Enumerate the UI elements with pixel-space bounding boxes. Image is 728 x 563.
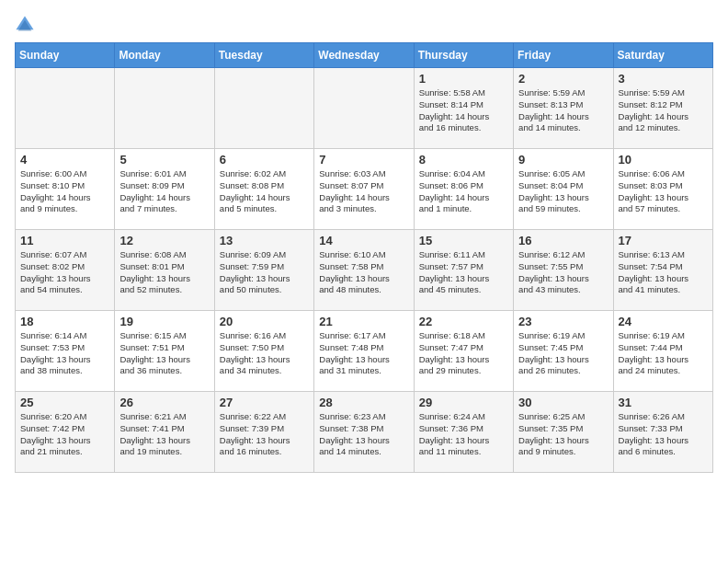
calendar-cell: 11Sunrise: 6:07 AM Sunset: 8:02 PM Dayli…	[16, 230, 115, 311]
day-detail: Sunrise: 6:04 AM Sunset: 8:06 PM Dayligh…	[419, 168, 490, 213]
calendar-cell: 19Sunrise: 6:15 AM Sunset: 7:51 PM Dayli…	[115, 311, 214, 392]
day-number: 13	[220, 234, 309, 247]
calendar-cell: 15Sunrise: 6:11 AM Sunset: 7:57 PM Dayli…	[414, 230, 513, 311]
calendar-cell: 4Sunrise: 6:00 AM Sunset: 8:10 PM Daylig…	[16, 149, 115, 230]
calendar-header: SundayMondayTuesdayWednesdayThursdayFrid…	[16, 43, 713, 68]
day-detail: Sunrise: 6:12 AM Sunset: 7:55 PM Dayligh…	[518, 249, 589, 294]
day-number: 14	[319, 234, 408, 247]
day-detail: Sunrise: 6:08 AM Sunset: 8:01 PM Dayligh…	[119, 249, 190, 294]
calendar-cell	[314, 68, 414, 149]
day-detail: Sunrise: 6:23 AM Sunset: 7:38 PM Dayligh…	[319, 411, 390, 456]
day-number: 20	[220, 315, 309, 328]
page-header	[15, 15, 713, 35]
day-detail: Sunrise: 5:59 AM Sunset: 8:13 PM Dayligh…	[518, 87, 589, 132]
day-detail: Sunrise: 6:10 AM Sunset: 7:58 PM Dayligh…	[319, 249, 390, 294]
day-detail: Sunrise: 6:20 AM Sunset: 7:42 PM Dayligh…	[20, 411, 91, 456]
calendar-table: SundayMondayTuesdayWednesdayThursdayFrid…	[15, 42, 713, 473]
day-detail: Sunrise: 6:09 AM Sunset: 7:59 PM Dayligh…	[220, 249, 290, 294]
calendar-cell: 10Sunrise: 6:06 AM Sunset: 8:03 PM Dayli…	[613, 149, 712, 230]
day-detail: Sunrise: 5:58 AM Sunset: 8:14 PM Dayligh…	[419, 87, 490, 132]
day-detail: Sunrise: 6:01 AM Sunset: 8:09 PM Dayligh…	[119, 168, 190, 213]
day-number: 26	[119, 396, 209, 409]
day-number: 15	[419, 234, 508, 247]
calendar-cell: 22Sunrise: 6:18 AM Sunset: 7:47 PM Dayli…	[414, 311, 513, 392]
day-number: 25	[20, 396, 109, 409]
day-detail: Sunrise: 6:06 AM Sunset: 8:03 PM Dayligh…	[619, 168, 689, 213]
day-number: 7	[319, 153, 408, 167]
calendar-cell: 25Sunrise: 6:20 AM Sunset: 7:42 PM Dayli…	[16, 392, 115, 473]
day-of-week-header: Saturday	[613, 43, 712, 68]
calendar-cell: 17Sunrise: 6:13 AM Sunset: 7:54 PM Dayli…	[613, 230, 712, 311]
day-detail: Sunrise: 6:07 AM Sunset: 8:02 PM Dayligh…	[20, 249, 91, 294]
calendar-cell	[16, 68, 115, 149]
day-number: 30	[518, 396, 608, 409]
calendar-cell: 1Sunrise: 5:58 AM Sunset: 8:14 PM Daylig…	[414, 68, 513, 149]
calendar-cell: 9Sunrise: 6:05 AM Sunset: 8:04 PM Daylig…	[514, 149, 613, 230]
day-number: 23	[518, 315, 608, 328]
calendar-cell: 31Sunrise: 6:26 AM Sunset: 7:33 PM Dayli…	[613, 392, 712, 473]
logo-icon	[15, 15, 35, 35]
day-detail: Sunrise: 6:22 AM Sunset: 7:39 PM Dayligh…	[220, 411, 290, 456]
calendar-cell	[214, 68, 313, 149]
day-number: 29	[419, 396, 508, 409]
day-detail: Sunrise: 6:13 AM Sunset: 7:54 PM Dayligh…	[619, 249, 689, 294]
day-detail: Sunrise: 6:25 AM Sunset: 7:35 PM Dayligh…	[518, 411, 589, 456]
day-detail: Sunrise: 6:14 AM Sunset: 7:53 PM Dayligh…	[20, 330, 91, 375]
day-number: 31	[619, 396, 708, 409]
calendar-cell: 5Sunrise: 6:01 AM Sunset: 8:09 PM Daylig…	[115, 149, 214, 230]
day-detail: Sunrise: 6:03 AM Sunset: 8:07 PM Dayligh…	[319, 168, 390, 213]
day-number: 6	[220, 153, 309, 167]
calendar-cell: 18Sunrise: 6:14 AM Sunset: 7:53 PM Dayli…	[16, 311, 115, 392]
calendar-body: 1Sunrise: 5:58 AM Sunset: 8:14 PM Daylig…	[16, 68, 713, 473]
day-number: 9	[518, 153, 608, 167]
calendar-cell: 28Sunrise: 6:23 AM Sunset: 7:38 PM Dayli…	[314, 392, 414, 473]
day-number: 18	[20, 315, 109, 328]
day-detail: Sunrise: 6:05 AM Sunset: 8:04 PM Dayligh…	[518, 168, 589, 213]
day-number: 5	[119, 153, 209, 167]
day-number: 17	[619, 234, 708, 247]
day-of-week-header: Sunday	[16, 43, 115, 68]
day-of-week-header: Thursday	[414, 43, 513, 68]
calendar-cell: 29Sunrise: 6:24 AM Sunset: 7:36 PM Dayli…	[414, 392, 513, 473]
calendar-week-row: 4Sunrise: 6:00 AM Sunset: 8:10 PM Daylig…	[16, 149, 713, 230]
calendar-cell: 27Sunrise: 6:22 AM Sunset: 7:39 PM Dayli…	[214, 392, 313, 473]
calendar-cell: 23Sunrise: 6:19 AM Sunset: 7:45 PM Dayli…	[514, 311, 613, 392]
day-number: 11	[20, 234, 109, 247]
day-of-week-header: Monday	[115, 43, 214, 68]
calendar-cell	[115, 68, 214, 149]
day-number: 2	[518, 72, 608, 86]
day-number: 10	[619, 153, 708, 167]
calendar-cell: 14Sunrise: 6:10 AM Sunset: 7:58 PM Dayli…	[314, 230, 414, 311]
day-detail: Sunrise: 6:18 AM Sunset: 7:47 PM Dayligh…	[419, 330, 490, 375]
day-number: 19	[119, 315, 209, 328]
day-detail: Sunrise: 6:19 AM Sunset: 7:45 PM Dayligh…	[518, 330, 589, 375]
day-detail: Sunrise: 6:00 AM Sunset: 8:10 PM Dayligh…	[20, 168, 91, 213]
day-number: 27	[220, 396, 309, 409]
day-of-week-header: Tuesday	[214, 43, 313, 68]
day-detail: Sunrise: 6:11 AM Sunset: 7:57 PM Dayligh…	[419, 249, 490, 294]
calendar-week-row: 18Sunrise: 6:14 AM Sunset: 7:53 PM Dayli…	[16, 311, 713, 392]
calendar-cell: 13Sunrise: 6:09 AM Sunset: 7:59 PM Dayli…	[214, 230, 313, 311]
day-number: 16	[518, 234, 608, 247]
day-number: 12	[119, 234, 209, 247]
calendar-week-row: 1Sunrise: 5:58 AM Sunset: 8:14 PM Daylig…	[16, 68, 713, 149]
day-detail: Sunrise: 6:02 AM Sunset: 8:08 PM Dayligh…	[220, 168, 290, 213]
day-detail: Sunrise: 6:15 AM Sunset: 7:51 PM Dayligh…	[119, 330, 190, 375]
calendar-week-row: 25Sunrise: 6:20 AM Sunset: 7:42 PM Dayli…	[16, 392, 713, 473]
day-detail: Sunrise: 6:24 AM Sunset: 7:36 PM Dayligh…	[419, 411, 490, 456]
calendar-cell: 16Sunrise: 6:12 AM Sunset: 7:55 PM Dayli…	[514, 230, 613, 311]
day-detail: Sunrise: 6:21 AM Sunset: 7:41 PM Dayligh…	[119, 411, 190, 456]
day-detail: Sunrise: 5:59 AM Sunset: 8:12 PM Dayligh…	[619, 87, 689, 132]
day-number: 22	[419, 315, 508, 328]
calendar-cell: 20Sunrise: 6:16 AM Sunset: 7:50 PM Dayli…	[214, 311, 313, 392]
day-of-week-header: Wednesday	[314, 43, 414, 68]
day-detail: Sunrise: 6:17 AM Sunset: 7:48 PM Dayligh…	[319, 330, 390, 375]
day-detail: Sunrise: 6:26 AM Sunset: 7:33 PM Dayligh…	[619, 411, 689, 456]
day-of-week-header: Friday	[514, 43, 613, 68]
day-number: 3	[619, 72, 708, 86]
calendar-cell: 7Sunrise: 6:03 AM Sunset: 8:07 PM Daylig…	[314, 149, 414, 230]
day-detail: Sunrise: 6:16 AM Sunset: 7:50 PM Dayligh…	[220, 330, 290, 375]
calendar-cell: 2Sunrise: 5:59 AM Sunset: 8:13 PM Daylig…	[514, 68, 613, 149]
day-number: 8	[419, 153, 508, 167]
calendar-cell: 8Sunrise: 6:04 AM Sunset: 8:06 PM Daylig…	[414, 149, 513, 230]
